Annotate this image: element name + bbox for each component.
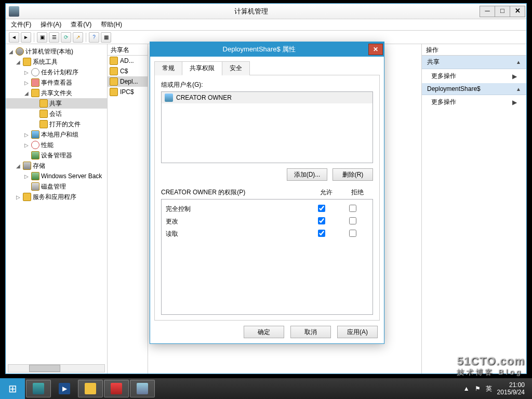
taskbar-explorer[interactable] [78,380,103,397]
watermark: 51CTO.com 技术博客 Blog [457,354,525,377]
system-tray[interactable]: ▲ ⚑ 英 21:00 2015/9/24 [463,381,529,396]
taskbar-mmc[interactable] [130,380,155,397]
users-listbox[interactable]: CREATOR OWNER [161,91,373,163]
tab-share-permissions[interactable]: 共享权限 [182,61,222,75]
taskbar: ⊞ ▶ ▲ ⚑ 英 21:00 2015/9/24 [0,378,532,399]
minimize-button[interactable]: ─ [480,6,495,17]
expand-icon[interactable]: ▷ [15,194,21,200]
tree-system-tools[interactable]: 系统工具 [33,58,58,66]
group-users-label: 组或用户名(G): [161,81,373,89]
tab-content: 组或用户名(G): CREATOR OWNER 添加(D)... 删除(R) C… [154,75,380,321]
tree-task-scheduler[interactable]: 任务计划程序 [41,68,78,77]
computer-icon [16,47,24,56]
menu-action[interactable]: 操作(A) [38,19,63,30]
horizontal-scrollbar[interactable] [8,364,105,373]
ok-button[interactable]: 确定 [244,326,284,338]
app-icon [9,6,19,17]
expand-icon[interactable]: ◢ [8,49,14,55]
menu-view[interactable]: 查看(V) [69,19,94,30]
export-button[interactable]: ↗ [73,32,83,43]
perm-row-full: 完全控制 [166,203,368,215]
actions-section-deployment[interactable]: DeploymentShare$▲ [422,83,526,95]
tree-device-manager[interactable]: 设备管理器 [41,151,72,160]
view-button[interactable]: ▦ [101,32,111,43]
list-item[interactable]: Depl... [108,76,148,87]
full-allow-checkbox[interactable] [318,205,325,212]
remove-button[interactable]: 删除(R) [332,168,373,181]
nav-tree[interactable]: ◢计算机管理(本地) ◢系统工具 ▷任务计划程序 ▷事件查看器 ◢共享文件夹 共… [6,44,108,374]
read-deny-checkbox[interactable] [349,230,356,237]
tree-open-files[interactable]: 打开的文件 [49,120,81,129]
tree-sessions[interactable]: 会话 [49,110,62,118]
actions-more-2[interactable]: 更多操作▶ [422,95,526,109]
expand-icon[interactable]: ◢ [15,59,21,65]
tree-disk-mgmt[interactable]: 磁盘管理 [41,182,66,191]
window-title: 计算机管理 [22,7,480,16]
read-allow-checkbox[interactable] [318,230,325,237]
change-allow-checkbox[interactable] [318,217,325,224]
perf-icon [31,141,39,149]
maximize-button[interactable]: □ [495,6,510,17]
expand-icon[interactable]: ▷ [23,70,30,75]
help-button[interactable]: ? [89,32,99,43]
menu-help[interactable]: 帮助(H) [99,19,124,30]
taskbar-powershell[interactable]: ▶ [52,380,77,397]
tab-security[interactable]: 安全 [222,61,250,75]
apply-button[interactable]: 应用(A) [337,326,378,338]
taskbar-toolbox[interactable] [104,380,129,397]
allow-header: 允许 [311,188,342,197]
expand-icon[interactable]: ◢ [23,90,30,96]
share-icon [110,88,118,96]
full-deny-checkbox[interactable] [349,205,356,212]
tree-storage[interactable]: 存储 [33,162,45,170]
storage-icon [23,162,31,170]
change-deny-checkbox[interactable] [349,217,356,224]
clock[interactable]: 21:00 2015/9/24 [497,381,525,396]
forward-button[interactable]: ► [21,32,31,43]
scrollbar-thumb[interactable] [29,365,60,372]
back-button[interactable]: ◄ [9,32,19,43]
start-button[interactable]: ⊞ [0,378,25,399]
list-header[interactable]: 共享名 [108,44,148,56]
tree-local-users[interactable]: 本地用户和组 [41,130,78,139]
list-item[interactable]: C$ [108,66,148,76]
services-icon [23,193,31,201]
tree-services[interactable]: 服务和应用程序 [33,193,76,202]
tray-flag-icon[interactable]: ⚑ [475,385,481,392]
tree-event-viewer[interactable]: 事件查看器 [41,78,72,87]
close-button[interactable]: ✕ [510,6,525,17]
refresh-button[interactable]: ⟳ [61,32,71,43]
user-row[interactable]: CREATOR OWNER [162,92,373,103]
list-item[interactable]: AD... [108,56,148,66]
expand-icon[interactable]: ▷ [23,80,30,86]
tree-wsb[interactable]: Windows Server Back [41,172,102,180]
taskbar-server-manager[interactable] [26,380,51,397]
dialog-close-button[interactable]: ✕ [368,44,383,55]
properties-dialog: DeploymentShare$ 属性 ✕ 常规 共享权限 安全 组或用户名(G… [150,42,384,344]
expand-icon[interactable]: ▷ [23,174,30,179]
expand-icon[interactable]: ◢ [15,163,21,169]
event-icon [31,78,39,87]
share-list: 共享名 AD... C$ Depl... IPC$ [108,44,148,374]
tree-performance[interactable]: 性能 [41,141,54,150]
share-icon [110,67,118,75]
collapse-icon: ▲ [516,59,521,65]
up-button[interactable]: ▣ [37,32,47,43]
add-button[interactable]: 添加(D)... [287,168,327,181]
perm-row-change: 更改 [166,215,368,228]
tree-shares[interactable]: 共享 [49,99,62,108]
tree-shared-folders[interactable]: 共享文件夹 [41,89,72,98]
tree-root[interactable]: 计算机管理(本地) [25,47,73,56]
tab-general[interactable]: 常规 [154,61,182,75]
actions-more-1[interactable]: 更多操作▶ [422,69,526,83]
cancel-button[interactable]: 取消 [290,326,331,338]
expand-icon[interactable]: ▷ [23,132,30,138]
list-item[interactable]: IPC$ [108,87,148,97]
properties-button[interactable]: ☰ [49,32,59,43]
expand-icon[interactable]: ▷ [23,142,30,148]
ime-indicator[interactable]: 英 [486,384,492,393]
share-icon [110,57,118,65]
menu-file[interactable]: 文件(F) [9,19,33,30]
actions-section-shares[interactable]: 共享▲ [422,56,526,69]
tray-up-icon[interactable]: ▲ [463,385,470,392]
